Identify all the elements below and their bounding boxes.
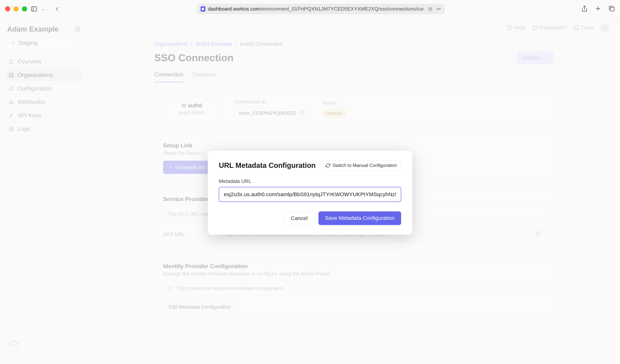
maximize-window-icon[interactable] xyxy=(22,6,27,12)
new-tab-icon[interactable] xyxy=(595,5,601,13)
tabs-icon[interactable] xyxy=(608,5,615,13)
minimize-window-icon[interactable] xyxy=(14,6,19,12)
url-text: dashboard.workos.com/environment_01FHPQX… xyxy=(208,6,423,12)
back-icon[interactable] xyxy=(54,6,60,12)
modal-overlay[interactable]: URL Metadata Configuration Switch to Man… xyxy=(0,18,620,364)
svg-rect-9 xyxy=(610,7,614,11)
site-badge-icon: ⬢ xyxy=(201,6,206,12)
cancel-button[interactable]: Cancel xyxy=(284,212,314,225)
close-window-icon[interactable] xyxy=(5,6,10,12)
refresh-icon xyxy=(326,163,330,168)
lock-icon xyxy=(428,7,433,11)
modal-title: URL Metadata Configuration xyxy=(219,161,316,169)
chevron-down-icon[interactable]: ⌄ xyxy=(41,6,45,12)
svg-rect-0 xyxy=(31,7,37,11)
save-button[interactable]: Save Metadata Configuration xyxy=(318,212,401,225)
window-traffic-lights xyxy=(5,6,27,12)
metadata-url-input[interactable] xyxy=(219,187,401,202)
metadata-config-modal: URL Metadata Configuration Switch to Man… xyxy=(208,151,412,235)
svg-point-3 xyxy=(437,8,437,9)
metadata-url-label: Metadata URL xyxy=(219,178,401,184)
svg-rect-2 xyxy=(429,9,432,11)
svg-point-5 xyxy=(439,8,440,9)
more-icon[interactable] xyxy=(436,7,441,11)
svg-point-4 xyxy=(438,8,439,9)
share-icon[interactable] xyxy=(581,5,588,13)
url-bar[interactable]: ⬢ dashboard.workos.com/environment_01FHP… xyxy=(197,4,445,14)
browser-chrome: ⌄ ⬢ dashboard.workos.com/environment_01F… xyxy=(0,0,620,18)
sidebar-toggle-icon[interactable] xyxy=(31,6,37,12)
switch-manual-button[interactable]: Switch to Manual Configuration xyxy=(322,160,401,170)
